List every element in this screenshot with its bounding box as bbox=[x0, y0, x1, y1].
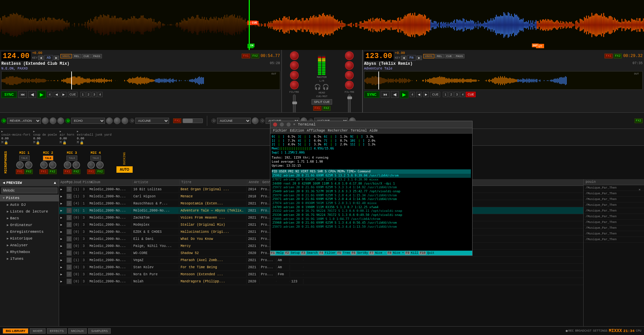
tab-micaux[interactable]: MIC/AUX bbox=[68, 328, 87, 334]
right-lo-knob[interactable] bbox=[345, 81, 354, 89]
right-hot4[interactable]: 4 bbox=[460, 92, 465, 97]
terminal-menu-edition[interactable]: Edition bbox=[290, 129, 304, 133]
mic3-head-knob[interactable] bbox=[73, 161, 80, 169]
row-preview-9[interactable]: ▶ bbox=[59, 251, 65, 256]
terminal-close-btn[interactable] bbox=[273, 122, 277, 127]
mixer-fx1[interactable]: FX1 bbox=[313, 106, 321, 111]
mic1-head-knob[interactable] bbox=[25, 161, 32, 169]
left-channel-fader[interactable] bbox=[293, 94, 296, 112]
left-hot1[interactable]: 1 bbox=[80, 92, 85, 97]
mic1-gain-knob[interactable] bbox=[16, 161, 24, 169]
terminal-body[interactable]: 0[| ]6.5% 3[| ]6.5% 6[| ]1.3% 9[| ]3.3% … bbox=[270, 134, 472, 251]
sampler3-m-icon[interactable]: M bbox=[77, 141, 79, 145]
sampler0-lock-icon[interactable]: 🔒 bbox=[4, 141, 8, 145]
row-preview-11[interactable]: ▶ bbox=[59, 265, 65, 270]
right-fx2-tag[interactable]: FX2 bbox=[614, 54, 622, 58]
fx2-left-knob2[interactable] bbox=[114, 117, 120, 124]
col-piste-header[interactable]: Piste bbox=[81, 180, 89, 185]
sidebar-item-itunes[interactable]: ▶ iTunes bbox=[0, 255, 59, 262]
right-panel-item-3[interactable]: /Musique_Par_Then bbox=[584, 202, 644, 208]
terminal-menu-fichier[interactable]: Fichier bbox=[273, 129, 287, 133]
track-row[interactable]: ▶ ♪ (0) 3 Melodic_2000-No... Stan Kolev … bbox=[59, 264, 583, 271]
fx1-left-knob1[interactable] bbox=[42, 117, 49, 124]
tab-big-library[interactable]: BIG LIBRARY bbox=[3, 328, 28, 334]
terminal-menu-aide[interactable]: Aide bbox=[370, 129, 378, 133]
mic4-gain-knob[interactable] bbox=[87, 161, 95, 169]
terminal-max-btn[interactable] bbox=[287, 122, 291, 127]
fx3-left-select[interactable]: AUCUNE bbox=[135, 118, 169, 124]
right-panel-item-0[interactable]: /Musique_Par_Then bbox=[584, 185, 644, 191]
mic4-talk-btn[interactable]: TALK bbox=[90, 156, 101, 161]
mic3-talk-btn[interactable]: TALK bbox=[66, 156, 77, 161]
headphone-left-icon[interactable]: 🎧 bbox=[314, 84, 321, 90]
right-key-prev[interactable]: ◀ bbox=[401, 56, 406, 60]
track-row[interactable]: ▶ ♪ (0) 3 Melodic_2000-No... Nolah Mandr… bbox=[59, 278, 583, 285]
right-play-btn[interactable]: ▶ bbox=[400, 91, 408, 98]
row-preview-7[interactable]: ▶ bbox=[59, 236, 65, 242]
mic3-fx1[interactable]: FX1 bbox=[63, 169, 72, 174]
sidebar-search-input[interactable] bbox=[1, 188, 57, 193]
track-row[interactable]: ▶ ♪ (0) 3 Melodic_2000-No... Nora En Pur… bbox=[59, 271, 583, 278]
mic3-fx2[interactable]: FX2 bbox=[72, 169, 80, 174]
row-preview-2[interactable]: ▶ bbox=[59, 201, 65, 206]
sidebar-item-historique[interactable]: ▶ Historique bbox=[0, 235, 59, 242]
tab-mixer[interactable]: MIXER bbox=[30, 328, 46, 334]
sampler3-lock-icon[interactable]: 🔒 bbox=[80, 141, 84, 145]
right-panel-item-6[interactable]: /Musique_Par_Then bbox=[584, 220, 644, 225]
row-preview-3[interactable]: ▶ bbox=[59, 208, 65, 213]
row-preview-0[interactable]: ▶ bbox=[59, 187, 65, 192]
mic1-fx2[interactable]: FX2 bbox=[25, 169, 33, 174]
terminal-min-btn[interactable] bbox=[280, 122, 284, 127]
sidebar-item-listes[interactable]: ▶ Listes de lecture bbox=[0, 208, 59, 215]
mic4-fx1[interactable]: FX1 bbox=[87, 169, 95, 174]
mic1-talk-btn[interactable]: TALK bbox=[19, 156, 30, 161]
sidebar-item-autodj[interactable]: ▶ Auto DJ bbox=[0, 201, 59, 208]
main-waveform[interactable]: // Generated inline via JS below bbox=[0, 0, 644, 50]
mic3-gain-knob[interactable] bbox=[64, 161, 71, 169]
fx2-left-knob1[interactable] bbox=[106, 117, 113, 124]
left-gain-knob[interactable] bbox=[290, 51, 299, 60]
track-row[interactable]: ▶ ♪ (1) 3 Melodic_2000-No... VegaZ Phara… bbox=[59, 257, 583, 264]
right-pass-btn[interactable]: PASS bbox=[454, 54, 465, 58]
auto-btn[interactable]: AUTO bbox=[116, 166, 133, 173]
mic2-fx2[interactable]: FX2 bbox=[49, 169, 57, 174]
row-preview-5[interactable]: ▶ bbox=[59, 222, 65, 227]
right-cue-out[interactable]: CUE bbox=[430, 92, 440, 97]
right-hot1[interactable]: 1 bbox=[443, 92, 448, 97]
right-hot2[interactable]: 2 bbox=[449, 92, 454, 97]
row-preview-10[interactable]: ▶ bbox=[59, 258, 65, 263]
terminal-menu-rechercher[interactable]: Rechercher bbox=[328, 129, 348, 133]
sampler2-lock-icon[interactable]: 🔒 bbox=[62, 141, 66, 145]
right-panel-item-4[interactable]: /Musique_Par_Then bbox=[584, 208, 644, 214]
settings-label[interactable]: SETTINGS bbox=[593, 329, 608, 333]
sidebar-item-ordinateur[interactable]: ▶ Ordinateur bbox=[0, 222, 59, 228]
fx3-left-power[interactable]: ⏻ bbox=[130, 118, 134, 123]
right-panel-item-7[interactable]: /Musique_Par_Then bbox=[584, 225, 644, 231]
left-fx2-tag[interactable]: FX2 bbox=[251, 54, 259, 58]
sidebar-expand-icon[interactable]: ▲ bbox=[54, 181, 56, 185]
fx2-left-knob3[interactable] bbox=[122, 117, 128, 124]
left-mini-waveform[interactable]: OUT bbox=[1, 71, 280, 90]
col-artist-header[interactable]: Artiste bbox=[133, 180, 180, 185]
right-back-btn[interactable]: ⏮ bbox=[381, 91, 390, 98]
left-cue-out[interactable]: CUE bbox=[68, 92, 78, 97]
right-hi-knob[interactable] bbox=[345, 61, 354, 70]
sidebar-item-pistes[interactable]: ▼ Pistes bbox=[0, 195, 59, 201]
row-preview-1[interactable]: ▶ bbox=[59, 194, 65, 199]
col-title-header[interactable]: Titre bbox=[180, 180, 247, 185]
left-key-prev[interactable]: ◀ bbox=[38, 56, 44, 60]
right-channel-fader[interactable] bbox=[348, 94, 351, 112]
right-key-next[interactable]: ▶ bbox=[417, 56, 422, 60]
rec-label[interactable]: REC bbox=[568, 329, 574, 333]
terminal-menu-terminal[interactable]: Terminal bbox=[351, 129, 367, 133]
fx2-left-power[interactable]: ⏻ bbox=[65, 118, 70, 123]
row-preview-13[interactable]: ▶ bbox=[59, 279, 65, 284]
tab-effects[interactable]: EFFECTS bbox=[47, 328, 67, 334]
sidebar-item-enregistrements[interactable]: ▶ Enregistrements bbox=[0, 228, 59, 235]
right-cue-btn[interactable]: CUE bbox=[445, 54, 454, 58]
col-played-header[interactable]: Joué bbox=[72, 180, 81, 185]
right-panel-item-9[interactable]: /Musique_Par_Then bbox=[584, 237, 644, 243]
sidebar-item-analyser[interactable]: ▶ Analyser bbox=[0, 242, 59, 249]
left-lo-knob[interactable] bbox=[290, 81, 299, 89]
tab-samplers[interactable]: SAMPLERS bbox=[88, 328, 111, 334]
